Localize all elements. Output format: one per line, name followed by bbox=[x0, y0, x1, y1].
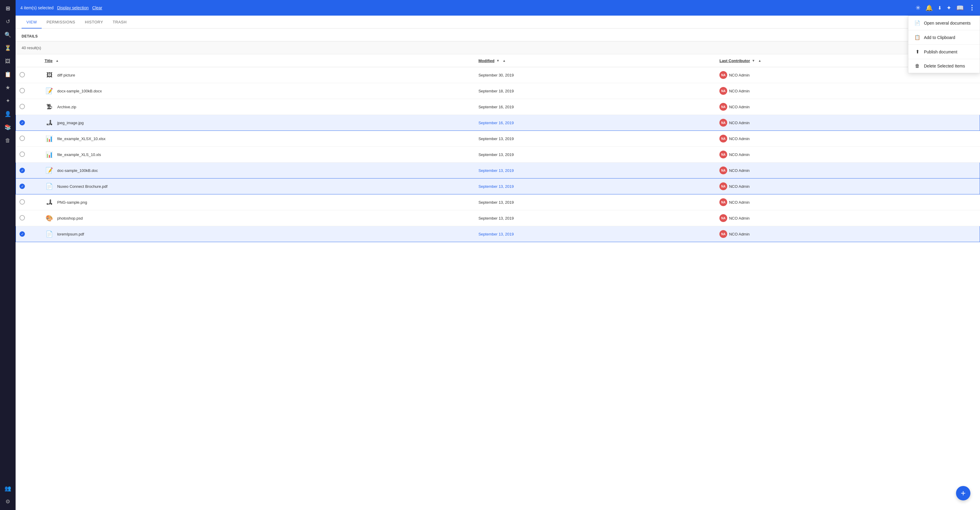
asterisk-icon[interactable]: ✳ bbox=[916, 4, 921, 11]
sidebar-icon-settings[interactable]: ⚙ bbox=[2, 496, 14, 508]
tab-permissions[interactable]: PERMISSIONS bbox=[42, 16, 80, 29]
modified-date: September 13, 2019 bbox=[478, 200, 514, 205]
clear-link[interactable]: Clear bbox=[92, 5, 102, 10]
cell-check[interactable]: ✓ bbox=[16, 226, 41, 242]
cell-modified: September 13, 2019 bbox=[475, 131, 716, 147]
sidebar-icon-admin[interactable]: 👥 bbox=[2, 482, 14, 494]
contributor-sort-up-icon[interactable]: ▲ bbox=[758, 59, 761, 62]
topbar: 4 item(s) selected Display selection Cle… bbox=[16, 0, 980, 16]
sidebar-icon-home[interactable]: ⊞ bbox=[2, 2, 14, 14]
settings-alt-icon[interactable]: ✦ bbox=[947, 4, 951, 11]
cell-title: 📝 docx-sample_100kB.docx bbox=[41, 83, 475, 99]
fab-icon: + bbox=[961, 488, 966, 498]
table-row: ✓ 📄 Nuxeo Connect Brochure.pdf September… bbox=[16, 178, 980, 194]
cell-check[interactable] bbox=[16, 99, 41, 115]
cell-title: 🏞 jpeg_image.jpg bbox=[41, 115, 475, 131]
cell-check[interactable] bbox=[16, 67, 41, 83]
bell-icon[interactable]: 🔔 bbox=[926, 4, 933, 11]
sidebar-icon-workflow[interactable]: ✦ bbox=[2, 95, 14, 107]
avatar: NA bbox=[719, 182, 727, 190]
file-type-icon: 📊 bbox=[45, 150, 54, 159]
row-checkbox[interactable] bbox=[19, 215, 25, 220]
file-name: docx-sample_100kB.docx bbox=[57, 89, 102, 93]
file-type-icon: 📝 bbox=[45, 86, 54, 96]
row-checkbox[interactable]: ✓ bbox=[19, 183, 25, 189]
cell-actions bbox=[957, 115, 980, 131]
dropdown-delete-label: Delete Selected Items bbox=[924, 64, 965, 69]
display-selection-link[interactable]: Display selection bbox=[57, 5, 89, 10]
cell-actions bbox=[957, 163, 980, 178]
modified-sort-down-icon[interactable]: ▼ bbox=[496, 59, 500, 62]
sidebar-icon-clipboard[interactable]: 📋 bbox=[2, 69, 14, 80]
avatar: NA bbox=[719, 119, 727, 127]
sidebar-icon-trash[interactable]: 🗑 bbox=[2, 134, 14, 147]
row-checkbox[interactable] bbox=[19, 104, 25, 109]
more-icon[interactable]: ⋮ bbox=[969, 4, 975, 12]
tab-view[interactable]: VIEW bbox=[22, 16, 42, 29]
file-name: file_example_XLSX_10.xlsx bbox=[57, 137, 105, 141]
row-checkbox[interactable]: ✓ bbox=[19, 168, 25, 173]
tab-trash[interactable]: TRASH bbox=[108, 16, 132, 29]
contributor-sort-down-icon[interactable]: ▼ bbox=[752, 59, 755, 62]
row-checkbox[interactable] bbox=[19, 88, 25, 93]
book-icon[interactable]: 📖 bbox=[956, 4, 964, 11]
sidebar-icon-search[interactable]: 🔍 bbox=[2, 29, 14, 41]
table-row: 🖼 diff picture September 30, 2019 NA NCO… bbox=[16, 67, 980, 83]
contributor-name: NCO Admin bbox=[729, 232, 750, 236]
content-area: VIEW PERMISSIONS HISTORY TRASH DETAILS 4… bbox=[16, 16, 980, 510]
modified-date: September 13, 2019 bbox=[478, 232, 514, 236]
dropdown-publish-label: Publish document bbox=[924, 49, 957, 54]
cell-modified: September 13, 2019 bbox=[475, 226, 716, 242]
file-table-body: 🖼 diff picture September 30, 2019 NA NCO… bbox=[16, 67, 980, 242]
contributor-sort-link[interactable]: Last Contributor bbox=[719, 59, 750, 63]
row-checkbox[interactable]: ✓ bbox=[19, 120, 25, 125]
cell-actions bbox=[957, 99, 980, 115]
cell-title: 🎨 photoshop.psd bbox=[41, 210, 475, 226]
dropdown-publish-document[interactable]: ⬆ Publish document bbox=[908, 45, 980, 59]
title-sort-up-icon[interactable]: ▲ bbox=[56, 59, 59, 62]
sidebar-icon-book[interactable]: 📚 bbox=[2, 121, 14, 133]
modified-sort-up-icon[interactable]: ▲ bbox=[503, 59, 506, 62]
modified-sort-link[interactable]: Modified bbox=[478, 59, 494, 63]
cell-check[interactable]: ✓ bbox=[16, 163, 41, 178]
cell-modified: September 16, 2019 bbox=[475, 115, 716, 131]
cell-contributor: NA NCO Admin bbox=[716, 147, 957, 163]
file-name: diff picture bbox=[57, 73, 75, 77]
sidebar-icon-user[interactable]: 👤 bbox=[2, 108, 14, 120]
cell-check[interactable] bbox=[16, 131, 41, 147]
table-row: 📊 file_example_XLSX_10.xlsx September 13… bbox=[16, 131, 980, 147]
title-sort-link[interactable]: Title bbox=[45, 59, 53, 63]
contributor-name: NCO Admin bbox=[729, 216, 750, 220]
cell-modified: September 13, 2019 bbox=[475, 210, 716, 226]
avatar: NA bbox=[719, 103, 727, 111]
row-checkbox[interactable] bbox=[19, 151, 25, 157]
sidebar-icon-favorites[interactable]: ★ bbox=[2, 81, 14, 94]
cell-title: 🖼 diff picture bbox=[41, 67, 475, 83]
row-checkbox[interactable]: ✓ bbox=[19, 231, 25, 237]
cell-modified: September 18, 2019 bbox=[475, 83, 716, 99]
row-checkbox[interactable] bbox=[19, 72, 25, 77]
sidebar-icon-media[interactable]: 🖼 bbox=[2, 55, 14, 67]
cell-check[interactable] bbox=[16, 83, 41, 99]
tab-history[interactable]: HISTORY bbox=[80, 16, 108, 29]
dropdown-open-documents[interactable]: 📄 Open several documents bbox=[908, 16, 980, 30]
dropdown-add-clipboard[interactable]: 📋 Add to Clipboard bbox=[908, 30, 980, 45]
sidebar-icon-history[interactable]: ↺ bbox=[2, 16, 14, 28]
cell-contributor: NA NCO Admin bbox=[716, 99, 957, 115]
modified-date: September 18, 2019 bbox=[478, 89, 514, 93]
modified-date: September 13, 2019 bbox=[478, 152, 514, 157]
cell-check[interactable]: ✓ bbox=[16, 115, 41, 131]
dropdown-delete-items[interactable]: 🗑 Delete Selected Items bbox=[908, 59, 980, 73]
cell-check[interactable] bbox=[16, 210, 41, 226]
cell-check[interactable]: ✓ bbox=[16, 178, 41, 194]
cell-check[interactable] bbox=[16, 194, 41, 210]
dropdown-open-documents-label: Open several documents bbox=[924, 21, 971, 26]
details-title: DETAILS bbox=[22, 34, 38, 38]
sidebar-icon-tasks[interactable]: ⏳ bbox=[2, 42, 14, 54]
row-checkbox[interactable] bbox=[19, 199, 25, 205]
download-icon[interactable]: ⬇ bbox=[938, 5, 942, 11]
row-checkbox[interactable] bbox=[19, 135, 25, 141]
cell-check[interactable] bbox=[16, 147, 41, 163]
avatar: NA bbox=[719, 166, 727, 174]
fab-button[interactable]: + bbox=[956, 486, 970, 500]
